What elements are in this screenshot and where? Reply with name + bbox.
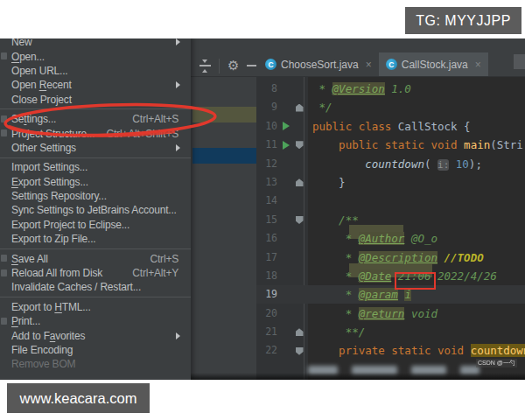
- menu-item-open-recent[interactable]: Open Recent: [0, 78, 191, 92]
- close-icon[interactable]: ×: [366, 60, 372, 69]
- collapse-all-icon[interactable]: [200, 60, 211, 73]
- menu-item-settings[interactable]: Settings...Ctrl+Alt+S: [0, 112, 191, 126]
- code-line[interactable]: 8 * @Version 1.0: [256, 80, 525, 98]
- tree-row-olive-highlight[interactable]: [192, 107, 256, 122]
- code-line[interactable]: 20 * @return void: [256, 304, 525, 323]
- line-number: 18: [256, 267, 279, 285]
- close-icon[interactable]: ×: [475, 60, 481, 69]
- line-number: 20: [256, 304, 279, 323]
- gutter[interactable]: 12: [256, 155, 308, 173]
- menu-item-open-url[interactable]: Open URL...: [0, 64, 191, 78]
- gutter[interactable]: 15: [256, 211, 308, 229]
- menu-item-export-to-zip-file[interactable]: Export to Zip File...: [0, 232, 191, 246]
- code-text: * @param i: [308, 285, 525, 304]
- menu-item-project-structure[interactable]: Project Structure...Ctrl+Alt+Shift+S: [0, 126, 191, 140]
- menu-shortcut: Ctrl+Alt+Y: [132, 267, 178, 279]
- code-line[interactable]: 12 countdown( i: 10);: [256, 155, 525, 173]
- menu-item-new[interactable]: New: [0, 38, 191, 49]
- menu-item-export-settings[interactable]: Export Settings...: [0, 175, 191, 189]
- code-line[interactable]: 19 * @param i: [256, 285, 525, 304]
- menu-item-label: New: [11, 38, 176, 48]
- code-line[interactable]: 14: [256, 192, 525, 210]
- menu-item-settings-repository[interactable]: Settings Repository...: [0, 189, 191, 203]
- line-number: 10: [256, 117, 279, 136]
- line-number: 12: [256, 155, 279, 173]
- site-watermark-badge: www.keacara.com: [7, 383, 150, 413]
- menu-item-close-project[interactable]: Close Project: [0, 93, 191, 107]
- hide-panel-icon[interactable]: [247, 65, 256, 66]
- gutter[interactable]: 13: [256, 173, 308, 192]
- code-line[interactable]: 13 }: [256, 173, 525, 192]
- menu-item-label: Settings Repository...: [11, 190, 182, 202]
- run-icon[interactable]: [283, 141, 290, 150]
- gutter[interactable]: 9: [256, 98, 308, 116]
- fold-down-icon[interactable]: [296, 347, 304, 355]
- menu-item-add-to-favorites[interactable]: Add to Favorites: [0, 328, 191, 342]
- menu-item-label: Other Settings: [11, 142, 176, 154]
- menu-item-export-project-to-eclipse[interactable]: Export Project to Eclipse...: [0, 218, 191, 232]
- fold-up-icon[interactable]: [296, 328, 304, 336]
- gutter[interactable]: 14: [256, 192, 308, 210]
- gutter[interactable]: 8: [256, 80, 308, 98]
- code-line[interactable]: 15 /**: [256, 211, 525, 229]
- menu-item-label: Open Recent: [11, 79, 176, 91]
- menu-item-file-encoding[interactable]: File Encoding: [0, 343, 191, 357]
- menu-item-other-settings[interactable]: Other Settings: [0, 141, 191, 155]
- class-icon: C: [265, 59, 276, 70]
- menu-item-label: Open...: [11, 51, 182, 63]
- fold-up-icon[interactable]: [296, 178, 304, 186]
- menu-item-label: Import Settings...: [11, 161, 182, 173]
- code-line[interactable]: 16 * @Author @O_o: [256, 229, 525, 248]
- gutter[interactable]: 11: [256, 136, 308, 154]
- menu-item-label: Reload All from Disk: [11, 267, 125, 279]
- menu-item-invalidate-caches-restart[interactable]: Invalidate Caches / Restart...: [0, 280, 191, 294]
- menu-item-label: Project Structure...: [11, 128, 99, 140]
- code-line[interactable]: 10public class CallStock {: [256, 117, 525, 136]
- code-line[interactable]: 11 public static void main(Stri: [256, 136, 525, 154]
- line-number: 13: [256, 173, 279, 192]
- tab-choosesort-java[interactable]: CChooseSort.java×: [258, 52, 379, 76]
- gutter[interactable]: 10: [256, 117, 308, 136]
- settings-gear-icon[interactable]: ⚙: [228, 60, 239, 73]
- gutter[interactable]: 20: [256, 304, 308, 323]
- menu-item-reload-all-from-disk[interactable]: Reload All from DiskCtrl+Alt+Y: [0, 266, 191, 280]
- gutter[interactable]: 18: [256, 267, 308, 285]
- run-icon[interactable]: [283, 122, 290, 130]
- menu-item-remove-bom: Remove BOM: [0, 357, 191, 371]
- menu-item-save-all[interactable]: Save AllCtrl+S: [0, 251, 191, 265]
- fold-down-icon[interactable]: [296, 216, 304, 224]
- menu-item-sync-settings-to-jetbrains-account[interactable]: Sync Settings to JetBrains Account...: [0, 203, 191, 217]
- code-line[interactable]: 17 * @Description //TODO: [256, 248, 525, 267]
- gutter[interactable]: 16: [256, 229, 308, 248]
- code-text: }: [308, 173, 525, 192]
- code-editor[interactable]: 8 * @Version 1.09 */10public class CallS…: [256, 77, 525, 380]
- refresh-icon: [1, 270, 7, 276]
- menu-item-export-to-html[interactable]: Export to HTML...: [0, 300, 191, 314]
- gutter[interactable]: 21: [256, 323, 308, 341]
- code-text: private static void countdown: [308, 341, 525, 360]
- gutter[interactable]: 17: [256, 248, 308, 267]
- menu-item-label: Close Project: [11, 94, 182, 106]
- menu-item-label: Add to Favorites: [11, 330, 176, 342]
- code-line[interactable]: 9 */: [256, 98, 525, 116]
- gutter[interactable]: 22: [256, 341, 308, 360]
- menu-item-import-settings[interactable]: Import Settings...: [0, 160, 191, 174]
- gutter[interactable]: 19: [256, 285, 308, 304]
- submenu-arrow-icon: [176, 332, 180, 340]
- code-line[interactable]: 22 private static void countdown: [256, 341, 525, 360]
- tab-callstock-java[interactable]: CCallStock.java×: [379, 52, 488, 76]
- menu-item-print[interactable]: Print...: [0, 314, 191, 328]
- tab-label: ChooseSort.java: [281, 59, 359, 71]
- code-text: public class CallStock {: [308, 117, 525, 136]
- submenu-arrow-icon: [176, 81, 180, 88]
- fold-up-icon[interactable]: [296, 104, 304, 112]
- menu-item-open[interactable]: Open...: [0, 49, 191, 63]
- project-tree-strip[interactable]: [191, 77, 256, 380]
- fold-down-icon[interactable]: [296, 141, 304, 149]
- line-number: 9: [256, 98, 279, 116]
- code-text: /**: [308, 211, 525, 229]
- code-line[interactable]: 18 * @Date 21:06 2022/4/26: [256, 267, 525, 285]
- tree-row-blue-selection[interactable]: [192, 148, 256, 164]
- code-line[interactable]: 21 **/: [256, 323, 525, 341]
- menu-item-label: Save All: [11, 253, 144, 265]
